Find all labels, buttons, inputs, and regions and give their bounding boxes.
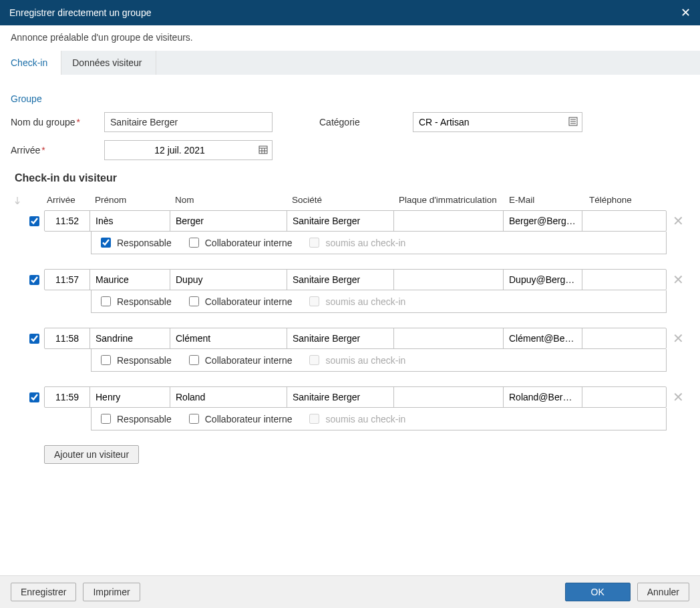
visitor-company-input[interactable] [287,329,393,348]
visitor-first-name-input[interactable] [90,212,170,230]
visitor-phone-input[interactable] [582,388,666,406]
category-input[interactable] [413,112,582,132]
category-label: Catégorie [319,117,413,127]
calendar-icon[interactable] [254,145,272,156]
col-plate[interactable]: Plaque d'immatriculation [395,195,505,205]
delete-row-icon[interactable]: ✕ [667,210,689,232]
subtitle: Annonce préalable d'un groupe de visiteu… [0,25,700,51]
internal-checkbox[interactable] [189,238,199,248]
visitor-email-input[interactable] [504,270,582,289]
visitor-row: ✕ Responsable Collaborateur interne soum… [11,269,689,313]
internal-flag[interactable]: Collaborateur interne [186,294,293,308]
visitor-arrival-input[interactable] [45,212,90,230]
subject-checkbox [309,296,319,306]
subject-flag: soumis au check-in [307,294,405,308]
visitor-email-input[interactable] [504,388,582,406]
visitor-first-name-input[interactable] [90,329,170,348]
visitor-last-name-input[interactable] [170,329,287,348]
internal-flag[interactable]: Collaborateur interne [186,412,293,426]
subject-checkbox [309,355,319,365]
visitor-table-header: Arrivée Prénom Nom Société Plaque d'imma… [11,191,689,210]
internal-checkbox[interactable] [189,414,199,424]
responsible-flag[interactable]: Responsable [98,412,172,426]
col-phone[interactable]: Téléphone [585,195,665,205]
sort-icon[interactable] [11,196,24,204]
responsible-checkbox[interactable] [101,238,111,248]
visitor-arrival-input[interactable] [45,388,90,406]
responsible-flag[interactable]: Responsable [98,353,172,367]
add-visitor-button[interactable]: Ajouter un visiteur [44,445,139,464]
subject-flag: soumis au check-in [307,236,405,250]
visitor-phone-input[interactable] [582,212,666,230]
internal-flag[interactable]: Collaborateur interne [186,236,293,250]
responsible-checkbox[interactable] [101,414,111,424]
visitor-last-name-input[interactable] [170,212,287,230]
responsible-checkbox[interactable] [101,355,111,365]
col-last-name[interactable]: Nom [171,195,288,205]
col-first-name[interactable]: Prénom [91,195,171,205]
tab-checkin[interactable]: Check-in [0,51,61,75]
subject-flag: soumis au check-in [307,412,405,426]
delete-row-icon[interactable]: ✕ [667,386,689,408]
internal-checkbox[interactable] [189,296,199,306]
visitor-plate-input[interactable] [394,329,503,348]
visitor-plate-input[interactable] [394,212,503,230]
visitor-phone-input[interactable] [582,270,666,289]
visitor-last-name-input[interactable] [170,270,287,289]
visitor-select-checkbox[interactable] [29,275,39,285]
visitor-last-name-input[interactable] [170,388,287,406]
group-name-label: Nom du groupe* [11,117,104,127]
responsible-checkbox[interactable] [101,296,111,306]
group-name-input[interactable] [104,112,273,132]
visitor-first-name-input[interactable] [90,388,170,406]
visitor-row: ✕ Responsable Collaborateur interne soum… [11,210,689,254]
visitor-plate-input[interactable] [394,270,503,289]
visitor-plate-input[interactable] [394,388,503,406]
category-value[interactable] [413,113,564,131]
col-company[interactable]: Société [288,195,395,205]
col-arrival[interactable]: Arrivée [44,195,91,205]
visitor-arrival-input[interactable] [45,270,90,289]
group-section-title: Groupe [11,87,689,112]
visitor-select-checkbox[interactable] [29,334,39,344]
visitor-email-input[interactable] [504,212,582,230]
visitor-company-input[interactable] [287,388,393,406]
visitor-select-checkbox[interactable] [29,392,39,402]
subject-checkbox [309,238,319,248]
titlebar: Enregistrer directement un groupe ✕ [0,0,700,25]
close-icon[interactable]: ✕ [681,7,691,19]
visitor-checkin-heading: Check-in du visiteur [15,172,689,184]
arrival-date-input[interactable] [104,140,273,160]
window-title: Enregistrer directement un groupe [9,7,151,18]
tabs: Check-in Données visiteur [0,51,700,75]
svg-rect-4 [259,146,267,154]
visitor-company-input[interactable] [287,212,393,230]
visitor-arrival-input[interactable] [45,329,90,348]
visitor-row: ✕ Responsable Collaborateur interne soum… [11,328,689,372]
visitor-phone-input[interactable] [582,329,666,348]
internal-flag[interactable]: Collaborateur interne [186,353,293,367]
visitor-row: ✕ Responsable Collaborateur interne soum… [11,386,689,430]
arrival-date-value[interactable] [105,141,254,159]
subject-flag: soumis au check-in [307,353,405,367]
visitor-company-input[interactable] [287,270,393,289]
internal-checkbox[interactable] [189,355,199,365]
visitor-select-checkbox[interactable] [29,216,39,226]
subject-checkbox [309,414,319,424]
delete-row-icon[interactable]: ✕ [667,269,689,290]
visitor-first-name-input[interactable] [90,270,170,289]
visitor-email-input[interactable] [504,329,582,348]
category-picker-icon[interactable] [564,117,582,128]
col-email[interactable]: E-Mail [505,195,585,205]
arrival-label: Arrivée* [11,145,104,156]
responsible-flag[interactable]: Responsable [98,236,172,250]
responsible-flag[interactable]: Responsable [98,294,172,308]
tab-visitor-data[interactable]: Données visiteur [61,51,156,75]
delete-row-icon[interactable]: ✕ [667,328,689,349]
